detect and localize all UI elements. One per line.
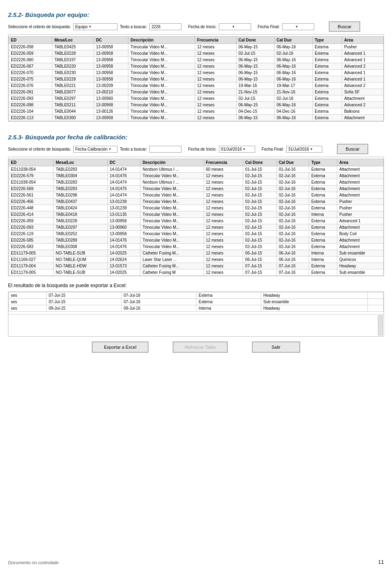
section1-dropdown-arrow: ▼ — [89, 25, 92, 29]
table-row: ED2226-060TABLE019713-00968Trinocular Vi… — [9, 57, 384, 63]
section1-criteria-dropdown[interactable]: Equipo ▼ — [73, 23, 118, 30]
export-table-body: ses07-Jul-1507-Jul-16ExternaHeadwayses07… — [9, 292, 384, 312]
table-row: ED2226-585TABLE028914-01476Trinocular Vi… — [9, 237, 384, 244]
section2-date-inicio-label: Fecha de Inicio: — [188, 147, 217, 151]
section1-date-inicio-label: Fecha de Inicio: — [188, 25, 217, 29]
table-row: ED2226-448TABLE042413-01239Trinocular Vi… — [9, 205, 384, 211]
section1-criteria-label: Seleccione el criterio de búsqueda: — [8, 25, 71, 29]
table-row: ED11038-054TABLE028314-01474Nordson Ulti… — [9, 166, 384, 173]
col-area: Area — [342, 37, 384, 44]
table-row: ED2226-076TABLE022113-00209Trinocular Vi… — [9, 83, 384, 89]
section1-buscar-button[interactable]: Buscar — [329, 21, 360, 32]
section1-table-header: ED Mesa/Loc DC Descripción Frecuencia Ca… — [9, 37, 384, 44]
section1-table-wrapper: ED Mesa/Loc DC Descripción Frecuencia Ca… — [8, 34, 384, 122]
section2-date-inicio-arrow: ▼ — [243, 147, 246, 151]
section2-dropdown-arrow: ▼ — [108, 147, 111, 151]
table-row: ED2226-579TABLE030414-01476Trinocular Vi… — [9, 173, 384, 179]
refresh-table-button[interactable]: Refrescar Tabla — [173, 341, 228, 353]
col-area: Area — [337, 159, 384, 166]
section2-date-final-label: Fecha Final: — [262, 147, 284, 151]
table-row: ED2226-091TABLE007713-00210Trinocular Vi… — [9, 89, 384, 95]
scrollbar[interactable] — [378, 315, 383, 335]
section1-date-inicio[interactable]: ▼ — [219, 23, 251, 30]
export-text: El resultado de la búsqueda se puede exp… — [8, 283, 384, 288]
col-type: Type — [309, 159, 337, 166]
section2-table-wrapper: ED Mesa/Loc DC Descripción Frecuencia Ca… — [8, 157, 384, 276]
col-type: Type — [312, 37, 342, 44]
col-caldue: Cal Due — [274, 37, 313, 44]
table-row: ED11038-054TABLE028314-01474Nordson Ulti… — [9, 179, 384, 186]
col-freq: Frecuencia — [195, 37, 236, 44]
table-row: ED2226-098TABLE021113-00968Trinocular Vi… — [9, 102, 384, 108]
section2-buscar-button[interactable]: Buscar — [337, 144, 368, 154]
table-row: ED2226-070TABLE023013-00958Trinocular Vi… — [9, 70, 384, 76]
section1-date-final[interactable]: ▼ — [282, 23, 314, 30]
table-row: ED11166-027NO-TABLE-QUM14-02624Laser Sta… — [9, 257, 384, 263]
section2-search-bar: Seleccione el criterio de búsqueda: Fech… — [8, 144, 384, 154]
col-caldone: Cal Done — [243, 159, 276, 166]
table-row: ED11179-005NO-TABLE-SUB14-02025Catheter … — [9, 269, 384, 276]
list-item: ses07-Jul-1507-Jul-16ExternaHeadway — [9, 292, 384, 299]
col-mesa: Mesa/Loc — [52, 37, 94, 44]
salir-button[interactable]: Salir — [252, 341, 300, 353]
page-number: 11 — [378, 559, 384, 565]
list-item: ses07-Jul-1507-Jul-16ExternaSub ensamble — [9, 299, 384, 305]
table-row: ED2226-093TABLE029713-00960Trinocular Vi… — [9, 224, 384, 231]
buttons-row: Exportar a Excel Refrescar Tabla Salir — [8, 341, 384, 353]
table-row: ED2226-059TABLE022813-00958Trinocular Vi… — [9, 50, 384, 57]
col-mesa: Mesa/Loc — [54, 159, 107, 166]
table-row: ED2226-059TABLE022813-00958Trinocular Vi… — [9, 218, 384, 224]
table-row: ED2226-414TABLE041813-01135Trinocular Vi… — [9, 211, 384, 218]
table-row: ED2226-058TABLE042513-00958Trinocular Vi… — [9, 44, 384, 50]
section2: 2.5.3- Búsqueda por fecha de calibración… — [8, 134, 384, 276]
col-caldone: Cal Done — [236, 37, 274, 44]
export-excel-button[interactable]: Exportar a Excel — [92, 341, 149, 353]
table-row: ED11179-005NO-TABLE-SUB14-02025Catheter … — [9, 250, 384, 257]
footer-text: Documento no controlado — [8, 560, 59, 565]
col-desc: Descripción — [128, 37, 195, 44]
table-row: ED2226-104TABLE004413-00126Trinocular Vi… — [9, 108, 384, 115]
table-row: ED2226-113TABLE030013-00958Trinocular Vi… — [9, 115, 384, 121]
col-freq: Frecuencia — [204, 159, 243, 166]
section2-criteria-dropdown[interactable]: Fecha Calibración ▼ — [73, 146, 118, 153]
col-ed: ED — [9, 159, 54, 166]
col-desc: Descripción — [140, 159, 204, 166]
table-row: ED2226-093TABLE029713-00960Trinocular Vi… — [9, 95, 384, 102]
table-row: ED2226-067TABLE022013-00958Trinocular Vi… — [9, 63, 384, 70]
export-section: El resultado de la búsqueda se puede exp… — [8, 283, 384, 353]
list-item: ses09-Jul-1509-Jul-16InternaHeadway — [9, 305, 384, 312]
export-table-wrapper: ses07-Jul-1507-Jul-16ExternaHeadwayses07… — [8, 292, 384, 337]
col-ed: ED — [9, 37, 52, 44]
table-row: ED2226-075TABLE022813-00958Trinocular Vi… — [9, 76, 384, 83]
section2-title: 2.5.3- Búsqueda por fecha de calibración… — [8, 134, 384, 141]
table-row: ED2226-561TABLE029814-01474Trinocular Vi… — [9, 192, 384, 199]
col-dc: DC — [94, 37, 128, 44]
table-row: ED11179-004NO-TABLE-HDW13-01573Catheter … — [9, 263, 384, 269]
section1-table: ED Mesa/Loc DC Descripción Frecuencia Ca… — [8, 36, 384, 121]
col-caldue: Cal Due — [276, 159, 309, 166]
section2-criteria-label: Seleccione el criterio de búsqueda: — [8, 147, 71, 151]
section2-text-label: Texto a buscar: — [120, 147, 147, 151]
section2-date-final-arrow: ▼ — [310, 147, 313, 151]
section2-date-final[interactable]: 31/Jul/2016 ▼ — [286, 146, 322, 153]
table-row: ED2226-119TABLE025213-00958Trinocular Vi… — [9, 231, 384, 237]
section1-date-final-arrow: ▼ — [295, 25, 298, 29]
section1-date-final-label: Fecha Final: — [258, 25, 280, 29]
section1-table-body: ED2226-058TABLE042513-00958Trinocular Vi… — [9, 44, 384, 121]
section1-date-inicio-arrow: ▼ — [232, 25, 235, 29]
section2-table-header: ED Mesa/Loc DC Descripción Frecuencia Ca… — [9, 159, 384, 166]
section1-search-input[interactable] — [149, 23, 182, 30]
col-dc: DC — [107, 159, 140, 166]
section1-search-bar: Seleccione el criterio de búsqueda: Equi… — [8, 21, 384, 32]
table-row: ED2226-456TABLE043713-01239Trinocular Vi… — [9, 199, 384, 205]
section2-date-inicio[interactable]: 01/Jul/2016 ▼ — [219, 146, 255, 153]
section2-search-input[interactable] — [149, 146, 182, 153]
section2-table: ED Mesa/Loc DC Descripción Frecuencia Ca… — [8, 159, 384, 276]
export-table: ses07-Jul-1507-Jul-16ExternaHeadwayses07… — [8, 292, 384, 312]
section1: 2.5.2- Búsqueda por equipo: Seleccione e… — [8, 11, 384, 122]
table-row: ED2226-569TABLE028314-01475Trinocular Vi… — [9, 186, 384, 192]
section1-title: 2.5.2- Búsqueda por equipo: — [8, 11, 384, 18]
section2-table-body: ED11038-054TABLE028314-01474Nordson Ulti… — [9, 166, 384, 276]
table-row: ED2226-583TABLE030814-01476Trinocular Vi… — [9, 244, 384, 250]
section1-text-label: Texto a buscar: — [120, 25, 147, 29]
